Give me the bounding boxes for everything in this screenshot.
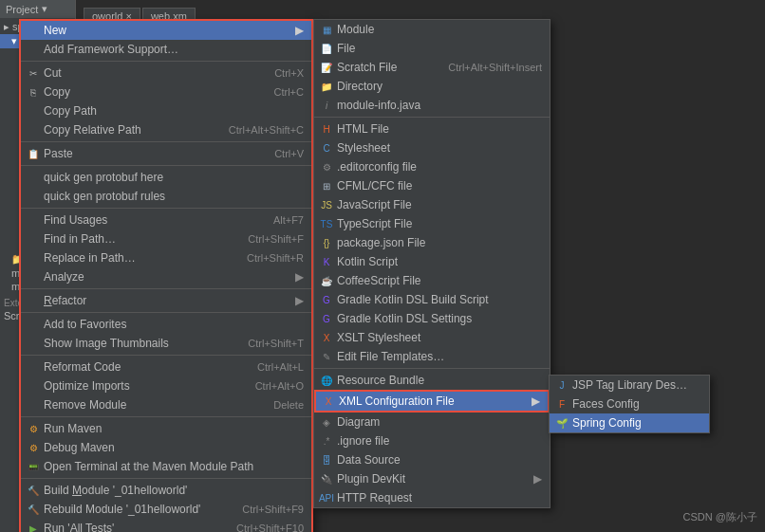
submenu-new-kotlin[interactable]: K Kotlin Script (314, 252, 550, 271)
run-maven-icon: ⚙ (27, 422, 40, 435)
submenu-new-http-request[interactable]: API HTTP Request (314, 488, 550, 507)
menu-item-quick-gen1[interactable]: quick gen protobuf here (21, 168, 311, 187)
menu-item-copy-relative-label: Copy Relative Path (44, 123, 141, 137)
submenu-new-plugin-devkit[interactable]: 🔌 Plugin DevKit ▶ (314, 469, 550, 488)
debug-maven-label: Debug Maven (44, 441, 115, 454)
menu-item-paste-label: Paste (44, 147, 73, 160)
submenu-new-xslt[interactable]: X XSLT Stylesheet (314, 328, 550, 347)
separator-6 (21, 312, 311, 313)
submenu-new-gradle-kotlin-settings[interactable]: G Gradle Kotlin DSL Settings (314, 309, 550, 328)
menu-item-reformat[interactable]: Reformat Code Ctrl+Alt+L (21, 358, 311, 376)
menu-item-cut[interactable]: ✂ Cut Ctrl+X (21, 64, 311, 83)
menu-item-add-framework[interactable]: Add Framework Support… (21, 40, 311, 59)
submenu-new-html-label: HTML File (337, 122, 389, 136)
separator-7 (21, 355, 311, 356)
rebuild-icon: 🔨 (27, 503, 40, 516)
menu-item-open-terminal[interactable]: 📟 Open Terminal at the Maven Module Path (21, 457, 311, 476)
menu-item-rebuild-module[interactable]: 🔨 Rebuild Module '_01helloworld' Ctrl+Sh… (21, 500, 311, 519)
submenu-new-xslt-label: XSLT Stylesheet (337, 331, 420, 344)
menu-item-paste[interactable]: 📋 Paste Ctrl+V (21, 144, 311, 163)
copy-relative-icon (27, 123, 40, 137)
kotlin-icon: K (320, 255, 333, 268)
submenu-new-ignore[interactable]: .* .ignore file (314, 431, 550, 450)
submenu-new-stylesheet[interactable]: C Stylesheet (314, 138, 550, 157)
submenu-new-file[interactable]: 📄 File (314, 39, 550, 58)
submenu-xml-faces-config[interactable]: F Faces Config (550, 394, 709, 413)
submenu-xml-jsp-tag-label: JSP Tag Library Des… (572, 378, 687, 392)
copy-path-icon (27, 104, 40, 118)
submenu-new-resource-bundle-label: Resource Bundle (337, 374, 424, 387)
run-all-shortcut: Ctrl+Shift+F10 (236, 523, 304, 532)
menu-item-find-usages[interactable]: Find Usages Alt+F7 (21, 211, 311, 229)
find-path-label: Find in Path… (44, 232, 116, 246)
menu-item-copy-label: Copy (44, 85, 70, 99)
menu-item-analyze[interactable]: Analyze ▶ (21, 267, 311, 286)
submenu-new-xml-config[interactable]: X XML Configuration File ▶ (314, 390, 550, 413)
remove-module-shortcut: Delete (273, 399, 304, 411)
gradle-kotlin-settings-icon: G (320, 312, 333, 325)
submenu-new-coffeescript-label: CoffeeScript File (337, 274, 420, 287)
show-thumbnails-shortcut: Ctrl+Shift+T (248, 338, 304, 349)
menu-item-copy[interactable]: ⎘ Copy Ctrl+C (21, 83, 311, 101)
submenu-xml-spring-config[interactable]: 🌱 Spring Config (550, 413, 709, 432)
faces-config-icon: F (555, 397, 569, 411)
xslt-icon: X (320, 331, 333, 344)
menu-item-find-path[interactable]: Find in Path… Ctrl+Shift+F (21, 229, 311, 248)
submenu-new-javascript-label: JavaScript File (337, 198, 412, 211)
menu-item-build-module[interactable]: 🔨 Build Module '_01helloworld' (21, 481, 311, 500)
submenu-new-module-info[interactable]: i module-info.java (314, 96, 550, 115)
submenu-new-html[interactable]: H HTML File (314, 119, 550, 138)
menu-item-run-all[interactable]: ▶ Run 'All Tests' Ctrl+Shift+F10 (21, 519, 311, 532)
editorconfig-icon: ⚙ (320, 160, 333, 174)
jsp-tag-icon: J (555, 378, 569, 392)
xml-config-icon: X (322, 394, 335, 408)
submenu-new-edit-templates[interactable]: ✎ Edit File Templates… (314, 347, 550, 366)
submenu-new-package-json[interactable]: {} package.json File (314, 233, 550, 252)
dir-icon: 📁 (320, 80, 333, 93)
gradle-kotlin-build-icon: G (320, 293, 333, 306)
submenu-new-gradle-kotlin-build[interactable]: G Gradle Kotlin DSL Build Script (314, 290, 550, 309)
menu-item-add-favorites[interactable]: Add to Favorites (21, 315, 311, 334)
analyze-label: Analyze (44, 270, 84, 284)
submenu-new-cfml[interactable]: ⊞ CFML/CFC file (314, 176, 550, 195)
run-all-label: Run 'All Tests' (44, 522, 114, 532)
refactor-arrow-icon: ▶ (295, 294, 304, 307)
menu-item-remove-module[interactable]: Remove Module Delete (21, 395, 311, 414)
submenu-new-diagram[interactable]: ◈ Diagram (314, 413, 550, 431)
menu-item-show-thumbnails[interactable]: Show Image Thumbnails Ctrl+Shift+T (21, 334, 311, 353)
menu-item-copy-relative[interactable]: Copy Relative Path Ctrl+Alt+Shift+C (21, 120, 311, 139)
menu-item-cut-label: Cut (44, 66, 62, 80)
new-arrow-icon: ▶ (295, 24, 304, 37)
submenu-new-typescript[interactable]: TS TypeScript File (314, 214, 550, 233)
submenu-new-module[interactable]: ▦ Module (314, 20, 550, 39)
menu-item-run-maven[interactable]: ⚙ Run Maven (21, 419, 311, 438)
menu-item-new[interactable]: New ▶ (21, 21, 311, 40)
submenu-new-resource-bundle[interactable]: 🌐 Resource Bundle (314, 371, 550, 390)
submenu-xml-spring-config-label: Spring Config (572, 416, 642, 430)
project-dropdown-icon[interactable]: ▾ (42, 3, 47, 15)
separator-1 (21, 61, 311, 62)
copy-shortcut: Ctrl+C (274, 86, 304, 98)
submenu-new-scratch-label: Scratch File (337, 61, 397, 74)
submenu-new-data-source[interactable]: 🗄 Data Source (314, 450, 550, 469)
submenu-new-directory[interactable]: 📁 Directory (314, 77, 550, 96)
submenu-new-javascript[interactable]: JS JavaScript File (314, 195, 550, 214)
css-icon: C (320, 141, 333, 155)
submenu-new-cfml-label: CFML/CFC file (337, 179, 412, 193)
menu-item-refactor[interactable]: Refactor ▶ (21, 291, 311, 310)
context-menu-main: New ▶ Add Framework Support… ✂ Cut Ctrl+… (19, 19, 313, 532)
separator-4 (21, 208, 311, 209)
menu-item-debug-maven[interactable]: ⚙ Debug Maven (21, 438, 311, 457)
menu-item-add-framework-label: Add Framework Support… (44, 43, 178, 56)
open-terminal-label: Open Terminal at the Maven Module Path (44, 460, 253, 473)
run-maven-label: Run Maven (44, 422, 102, 435)
submenu-new-editorconfig[interactable]: ⚙ .editorconfig file (314, 157, 550, 176)
menu-item-quick-gen2[interactable]: quick gen protobuf rules (21, 187, 311, 206)
submenu-new-scratch[interactable]: 📝 Scratch File Ctrl+Alt+Shift+Insert (314, 58, 550, 77)
submenu-xml-jsp-tag[interactable]: J JSP Tag Library Des… (550, 376, 709, 394)
submenu-new-coffeescript[interactable]: ☕ CoffeeScript File (314, 271, 550, 290)
menu-item-replace-path[interactable]: Replace in Path… Ctrl+Shift+R (21, 248, 311, 267)
project-header: Project ▾ (0, 0, 75, 18)
menu-item-optimize[interactable]: Optimize Imports Ctrl+Alt+O (21, 376, 311, 395)
menu-item-copy-path[interactable]: Copy Path (21, 101, 311, 120)
